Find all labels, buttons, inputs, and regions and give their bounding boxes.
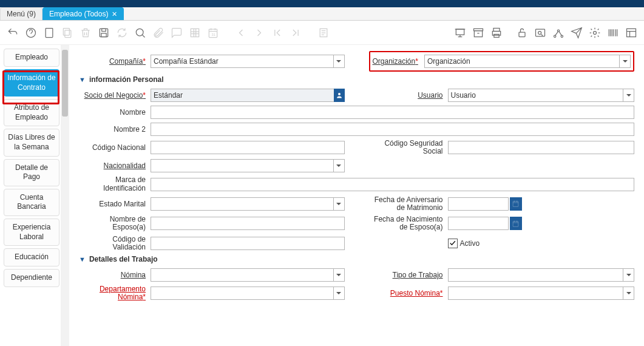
svg-rect-27 — [513, 202, 518, 207]
next-button — [251, 25, 267, 41]
field-puesto-nomina[interactable] — [448, 287, 635, 300]
svg-point-21 — [554, 35, 556, 37]
sidetab-empleado[interactable]: Empleado — [4, 49, 59, 67]
field-estado-marital[interactable] — [151, 197, 345, 211]
field-fecha-aniversario[interactable] — [448, 197, 509, 211]
section-personal: ▼ información Personal — [79, 75, 634, 84]
svg-point-23 — [561, 35, 563, 37]
checkbox-activo[interactable]: Activo — [448, 239, 480, 248]
field-tipo-trabajo[interactable] — [448, 268, 635, 282]
field-socio-negocio[interactable]: Estándar — [151, 89, 345, 102]
workflow-button[interactable] — [551, 25, 566, 41]
collapse-icon[interactable]: ▼ — [79, 256, 86, 263]
highlight-organizacion: Organización* Organización — [369, 51, 635, 72]
field-marca-ident[interactable] — [151, 178, 634, 191]
svg-rect-13 — [474, 30, 482, 36]
dropdown-icon[interactable] — [333, 287, 344, 299]
attach-button — [151, 25, 166, 41]
svg-point-26 — [338, 93, 341, 95]
sidetab-detalle-pago[interactable]: Detalle de Pago — [4, 159, 59, 186]
delete-button — [78, 25, 93, 41]
calendar-icon[interactable] — [510, 217, 522, 230]
sidetab-informacion-contrato[interactable]: Información de Contrato — [4, 69, 59, 97]
help-button[interactable] — [23, 25, 39, 41]
sidetab-atributo-empleado[interactable]: Atributo de Empleado — [4, 99, 59, 126]
side-scrollbar[interactable] — [61, 45, 69, 346]
label-fecha-aniversario: Fecha de Aniversario de Matrimonio — [369, 196, 448, 212]
new-button[interactable] — [41, 25, 57, 41]
sidetab-educacion[interactable]: Educación — [4, 248, 59, 266]
bp-search-icon[interactable] — [334, 89, 345, 102]
calendar-button: 31 — [205, 25, 221, 41]
field-nombre-esposo[interactable] — [151, 217, 345, 230]
report-button — [316, 25, 331, 41]
svg-rect-8 — [191, 29, 198, 36]
app-titlebar — [0, 0, 644, 7]
last-button — [288, 25, 303, 41]
collapse-icon[interactable]: ▼ — [79, 76, 86, 83]
chat-button — [169, 25, 185, 41]
field-nomina[interactable] — [151, 268, 345, 282]
field-nombre2[interactable] — [151, 123, 634, 136]
field-compania[interactable]: Compañía Estándar — [151, 55, 345, 68]
undo-button[interactable] — [5, 25, 21, 41]
field-nombre[interactable] — [151, 106, 634, 119]
dropdown-icon[interactable] — [333, 55, 344, 67]
sidetab-cuenta-bancaria[interactable]: Cuenta Bancaria — [4, 189, 59, 216]
first-button — [269, 25, 285, 41]
label-codigo-validacion: Código de Validación — [79, 236, 151, 251]
search-button[interactable] — [132, 25, 148, 41]
presentation-button[interactable] — [452, 25, 468, 41]
svg-rect-1 — [46, 28, 53, 37]
svg-rect-6 — [101, 33, 106, 36]
field-fecha-nac-esposo[interactable] — [448, 217, 509, 230]
svg-rect-2 — [65, 30, 71, 37]
save-button[interactable] — [96, 25, 112, 41]
svg-rect-3 — [63, 28, 69, 35]
section-trabajo: ▼ Detalles del Trabajo — [79, 255, 634, 263]
label-fecha-nac-esposo: Fecha de Nacimiento de Esposo(a) — [369, 215, 448, 231]
zoom-button[interactable] — [532, 25, 548, 41]
barcode-button[interactable] — [605, 25, 621, 41]
label-departamento-nomina: Departamento Nómina* — [79, 285, 151, 301]
label-nombre2: Nombre 2 — [79, 125, 151, 134]
svg-rect-12 — [456, 29, 464, 35]
settings-button[interactable] — [587, 25, 603, 41]
svg-rect-5 — [102, 29, 106, 31]
dropdown-icon[interactable] — [623, 269, 634, 281]
svg-rect-14 — [474, 29, 483, 30]
tab-empleado[interactable]: Empleado (Todos) ✕ — [42, 7, 124, 20]
sidetab-dias-libres[interactable]: Días Libres de la Semana — [4, 129, 59, 156]
label-tipo-trabajo: Tipo de Trabajo — [369, 271, 448, 279]
send-button[interactable] — [569, 25, 585, 41]
dropdown-icon[interactable] — [623, 89, 634, 101]
close-icon[interactable]: ✕ — [112, 10, 117, 18]
dropdown-icon[interactable] — [333, 269, 344, 281]
field-codigo-seguridad[interactable] — [448, 141, 635, 154]
lock-button[interactable] — [514, 25, 530, 41]
field-departamento-nomina[interactable] — [151, 287, 345, 300]
svg-rect-28 — [513, 222, 518, 227]
tab-menu[interactable]: Menú (9) — [0, 7, 42, 20]
dropdown-icon[interactable] — [619, 55, 630, 67]
field-codigo-validacion[interactable] — [151, 237, 345, 250]
dropdown-icon[interactable] — [333, 160, 344, 172]
field-nacionalidad[interactable] — [151, 159, 345, 172]
field-organizacion[interactable]: Organización — [424, 55, 631, 68]
print-button[interactable] — [489, 25, 504, 41]
label-codigo-seguridad: Código Seguridad Social — [369, 140, 448, 155]
field-codigo-nacional[interactable] — [151, 141, 345, 154]
refresh-button — [114, 25, 130, 41]
calendar-icon[interactable] — [510, 197, 522, 211]
label-nombre-esposo: Nombre de Esposo(a) — [79, 215, 151, 231]
archive-button[interactable] — [470, 25, 486, 41]
dropdown-icon[interactable] — [333, 198, 344, 210]
layout-button[interactable] — [623, 25, 639, 41]
label-nombre: Nombre — [79, 108, 151, 117]
dropdown-icon[interactable] — [623, 287, 634, 299]
sidetab-dependiente[interactable]: Dependiente — [4, 269, 59, 287]
label-nomina: Nómina — [79, 271, 151, 279]
field-usuario[interactable]: Usuario — [448, 89, 635, 102]
sidetab-experiencia-laboral[interactable]: Experiencia Laboral — [4, 219, 59, 246]
label-socio-negocio: Socio del Negocio* — [79, 91, 151, 100]
